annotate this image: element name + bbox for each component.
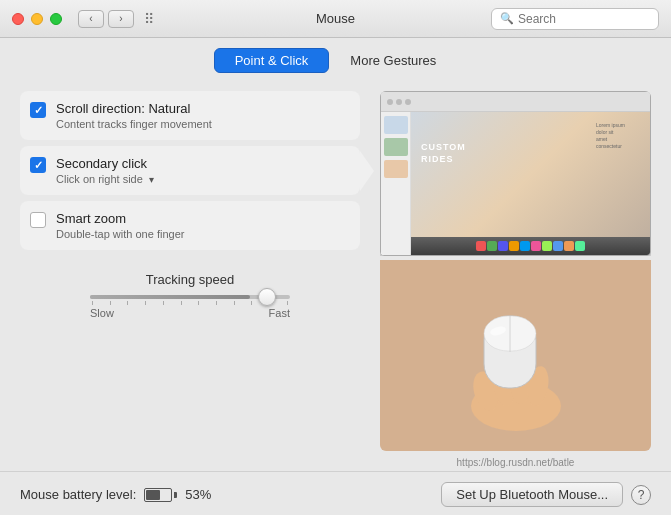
smart-zoom-row: Smart zoom Double-tap with one finger xyxy=(20,201,360,250)
dock-icon-5 xyxy=(520,241,530,251)
battery-label: Mouse battery level: xyxy=(20,487,136,502)
tracking-label: Tracking speed xyxy=(146,272,234,287)
window-title: Mouse xyxy=(316,11,355,26)
scroll-direction-checkbox[interactable] xyxy=(30,102,46,118)
tab-point-click[interactable]: Point & Click xyxy=(214,48,330,73)
search-box[interactable]: 🔍 xyxy=(491,8,659,30)
tracking-slider[interactable]: Slow Fast xyxy=(90,295,290,319)
tracking-section: Tracking speed Slow Fast xyxy=(20,272,360,319)
hero-desc: Lorem ipsumdolor sitametconsectetur xyxy=(596,122,646,150)
browser-preview: CUSTOMRIDES Lorem ipsumdolor sitametcons… xyxy=(380,91,651,256)
help-button[interactable]: ? xyxy=(631,485,651,505)
hero-area: CUSTOMRIDES Lorem ipsumdolor sitametcons… xyxy=(411,112,650,237)
battery-tip xyxy=(174,492,177,498)
battery-fill xyxy=(146,490,159,500)
dock-icon-6 xyxy=(531,241,541,251)
battery-percent: 53% xyxy=(185,487,211,502)
dock-bar xyxy=(411,237,650,255)
traffic-lights xyxy=(12,13,62,25)
tabs-bar: Point & Click More Gestures xyxy=(0,38,671,81)
dock-icon-3 xyxy=(498,241,508,251)
mouse-hand-illustration xyxy=(456,296,576,416)
secondary-click-row: Secondary click Click on right side ▾ xyxy=(20,146,360,195)
bottom-right: Set Up Bluetooth Mouse... ? xyxy=(441,482,651,507)
slider-fast-label: Fast xyxy=(269,307,290,319)
dock-icon-8 xyxy=(553,241,563,251)
scroll-direction-subtitle: Content tracks finger movement xyxy=(56,118,212,130)
slider-thumb[interactable] xyxy=(258,288,276,306)
browser-mock: CUSTOMRIDES Lorem ipsumdolor sitametcons… xyxy=(380,91,651,256)
secondary-click-subtitle: Click on right side ▾ xyxy=(56,173,154,185)
browser-dot-1 xyxy=(387,99,393,105)
back-button[interactable]: ‹ xyxy=(78,10,104,28)
smart-zoom-text: Smart zoom Double-tap with one finger xyxy=(56,211,184,240)
smart-zoom-title: Smart zoom xyxy=(56,211,184,226)
mouse-preview xyxy=(380,260,651,451)
search-input[interactable] xyxy=(518,12,650,26)
close-button[interactable] xyxy=(12,13,24,25)
mouse-svg xyxy=(456,296,576,436)
left-panel: Scroll direction: Natural Content tracks… xyxy=(20,91,360,471)
smart-zoom-subtitle: Double-tap with one finger xyxy=(56,228,184,240)
maximize-button[interactable] xyxy=(50,13,62,25)
dock-icon-1 xyxy=(476,241,486,251)
browser-sidebar xyxy=(381,112,411,255)
hero-text: CUSTOMRIDES xyxy=(421,142,466,165)
browser-bar xyxy=(381,92,650,112)
dock-icon-9 xyxy=(564,241,574,251)
slider-slow-label: Slow xyxy=(90,307,114,319)
right-panel: CUSTOMRIDES Lorem ipsumdolor sitametcons… xyxy=(380,91,651,471)
main-content: Scroll direction: Natural Content tracks… xyxy=(0,81,671,471)
secondary-click-text: Secondary click Click on right side ▾ xyxy=(56,156,154,185)
scroll-direction-row: Scroll direction: Natural Content tracks… xyxy=(20,91,360,140)
minimize-button[interactable] xyxy=(31,13,43,25)
setup-bluetooth-button[interactable]: Set Up Bluetooth Mouse... xyxy=(441,482,623,507)
battery-section: Mouse battery level: 53% xyxy=(20,487,211,502)
thumb-2 xyxy=(384,138,408,156)
url-bar: https://blog.rusdn.net/batle xyxy=(380,455,651,471)
thumb-3 xyxy=(384,160,408,178)
dock-icon-4 xyxy=(509,241,519,251)
thumb-1 xyxy=(384,116,408,134)
dropdown-arrow-icon[interactable]: ▾ xyxy=(149,174,154,185)
browser-main-area: CUSTOMRIDES Lorem ipsumdolor sitametcons… xyxy=(411,112,650,255)
tab-more-gestures[interactable]: More Gestures xyxy=(329,48,457,73)
secondary-click-title: Secondary click xyxy=(56,156,154,171)
battery-body xyxy=(144,488,172,502)
secondary-click-checkbox[interactable] xyxy=(30,157,46,173)
titlebar: ‹ › ⠿ Mouse 🔍 xyxy=(0,0,671,38)
bottom-bar: Mouse battery level: 53% Set Up Bluetoot… xyxy=(0,471,671,515)
nav-buttons: ‹ › xyxy=(78,10,134,28)
dock-icon-10 xyxy=(575,241,585,251)
scroll-direction-text: Scroll direction: Natural Content tracks… xyxy=(56,101,212,130)
browser-dot-2 xyxy=(396,99,402,105)
browser-content: CUSTOMRIDES Lorem ipsumdolor sitametcons… xyxy=(381,112,650,255)
browser-dot-3 xyxy=(405,99,411,105)
slider-track xyxy=(90,295,290,299)
scroll-direction-title: Scroll direction: Natural xyxy=(56,101,212,116)
search-icon: 🔍 xyxy=(500,12,514,25)
battery-icon xyxy=(144,488,177,502)
forward-button[interactable]: › xyxy=(108,10,134,28)
slider-labels: Slow Fast xyxy=(90,307,290,319)
smart-zoom-checkbox[interactable] xyxy=(30,212,46,228)
slider-fill xyxy=(90,295,250,299)
grid-icon[interactable]: ⠿ xyxy=(144,11,154,27)
dock-icon-7 xyxy=(542,241,552,251)
dock-icon-2 xyxy=(487,241,497,251)
